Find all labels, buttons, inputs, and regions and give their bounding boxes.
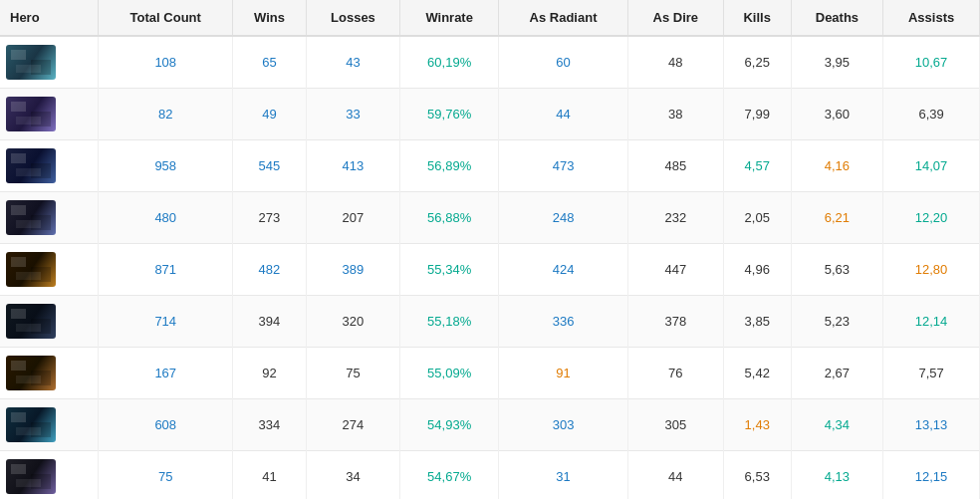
table-header-row: Hero Total Count Wins Losses Winrate As … [0, 0, 980, 36]
table-cell: 7,57 [883, 348, 980, 399]
hero-cell[interactable] [0, 451, 99, 500]
table-cell: 480 [99, 192, 233, 244]
col-kills[interactable]: Kills [723, 0, 791, 36]
table-cell: 714 [99, 296, 233, 348]
table-cell: 44 [499, 89, 628, 140]
table-cell: 6,39 [883, 89, 980, 140]
table-cell: 54,67% [400, 451, 499, 500]
table-cell: 167 [99, 348, 233, 399]
table-cell: 3,95 [791, 36, 882, 89]
table-cell: 482 [233, 244, 306, 296]
table-cell: 12,15 [883, 451, 980, 500]
table-cell: 55,09% [400, 348, 499, 399]
table-cell: 447 [628, 244, 724, 296]
table-cell: 4,16 [791, 140, 882, 192]
table-cell: 65 [233, 36, 306, 89]
table-cell: 82 [99, 89, 233, 140]
table-cell: 38 [628, 89, 724, 140]
table-cell: 336 [499, 296, 628, 348]
hero-cell[interactable] [0, 399, 99, 451]
table-cell: 12,80 [883, 244, 980, 296]
table-cell: 60,19% [400, 36, 499, 89]
table-cell: 1,43 [723, 399, 791, 451]
table-cell: 320 [306, 296, 400, 348]
table-cell: 31 [499, 451, 628, 500]
table-cell: 608 [99, 399, 233, 451]
table-row: 71439432055,18%3363783,855,2312,14 [0, 296, 980, 348]
table-cell: 56,89% [400, 140, 499, 192]
table-cell: 4,57 [723, 140, 791, 192]
col-deaths[interactable]: Deaths [791, 0, 882, 36]
table-cell: 108 [99, 36, 233, 89]
table-cell: 303 [499, 399, 628, 451]
table-row: 167927555,09%91765,422,677,57 [0, 348, 980, 399]
table-cell: 4,34 [791, 399, 882, 451]
table-cell: 12,14 [883, 296, 980, 348]
table-cell: 7,99 [723, 89, 791, 140]
hero-cell[interactable] [0, 348, 99, 399]
col-winrate[interactable]: Winrate [400, 0, 499, 36]
table-row: 108654360,19%60486,253,9510,67 [0, 36, 980, 89]
hero-cell[interactable] [0, 36, 99, 89]
table-cell: 14,07 [883, 140, 980, 192]
hero-cell[interactable] [0, 192, 99, 244]
table-cell: 55,34% [400, 244, 499, 296]
table-cell: 13,13 [883, 399, 980, 451]
table-cell: 389 [306, 244, 400, 296]
table-cell: 6,21 [791, 192, 882, 244]
table-cell: 473 [499, 140, 628, 192]
table-row: 60833427454,93%3033051,434,3413,13 [0, 399, 980, 451]
table-cell: 2,05 [723, 192, 791, 244]
col-assists[interactable]: Assists [883, 0, 980, 36]
table-cell: 207 [306, 192, 400, 244]
table-cell: 4,13 [791, 451, 882, 500]
table-cell: 48 [628, 36, 724, 89]
table-cell: 2,67 [791, 348, 882, 399]
table-cell: 248 [499, 192, 628, 244]
table-cell: 91 [499, 348, 628, 399]
table-cell: 485 [628, 140, 724, 192]
table-cell: 44 [628, 451, 724, 500]
table-cell: 413 [306, 140, 400, 192]
table-cell: 59,76% [400, 89, 499, 140]
table-cell: 75 [99, 451, 233, 500]
hero-cell[interactable] [0, 140, 99, 192]
table-cell: 394 [233, 296, 306, 348]
hero-cell[interactable] [0, 244, 99, 296]
col-wins[interactable]: Wins [233, 0, 306, 36]
table-cell: 871 [99, 244, 233, 296]
table-row: 75413454,67%31446,534,1312,15 [0, 451, 980, 500]
table-cell: 92 [233, 348, 306, 399]
hero-cell[interactable] [0, 89, 99, 140]
table-cell: 5,42 [723, 348, 791, 399]
col-hero[interactable]: Hero [0, 0, 99, 36]
table-cell: 5,63 [791, 244, 882, 296]
table-cell: 76 [628, 348, 724, 399]
table-cell: 3,85 [723, 296, 791, 348]
table-cell: 33 [306, 89, 400, 140]
table-cell: 34 [306, 451, 400, 500]
table-cell: 274 [306, 399, 400, 451]
table-cell: 232 [628, 192, 724, 244]
table-cell: 10,67 [883, 36, 980, 89]
table-cell: 49 [233, 89, 306, 140]
hero-cell[interactable] [0, 296, 99, 348]
table-row: 48027320756,88%2482322,056,2112,20 [0, 192, 980, 244]
table-cell: 43 [306, 36, 400, 89]
table-row: 82493359,76%44387,993,606,39 [0, 89, 980, 140]
table-cell: 273 [233, 192, 306, 244]
table-cell: 424 [499, 244, 628, 296]
col-losses[interactable]: Losses [306, 0, 400, 36]
table-cell: 56,88% [400, 192, 499, 244]
table-cell: 334 [233, 399, 306, 451]
table-cell: 3,60 [791, 89, 882, 140]
table-row: 87148238955,34%4244474,965,6312,80 [0, 244, 980, 296]
table-cell: 958 [99, 140, 233, 192]
col-total-count[interactable]: Total Count [99, 0, 233, 36]
col-as-radiant[interactable]: As Radiant [499, 0, 628, 36]
col-as-dire[interactable]: As Dire [628, 0, 724, 36]
table-cell: 5,23 [791, 296, 882, 348]
table-cell: 54,93% [400, 399, 499, 451]
table-cell: 12,20 [883, 192, 980, 244]
table-cell: 60 [499, 36, 628, 89]
